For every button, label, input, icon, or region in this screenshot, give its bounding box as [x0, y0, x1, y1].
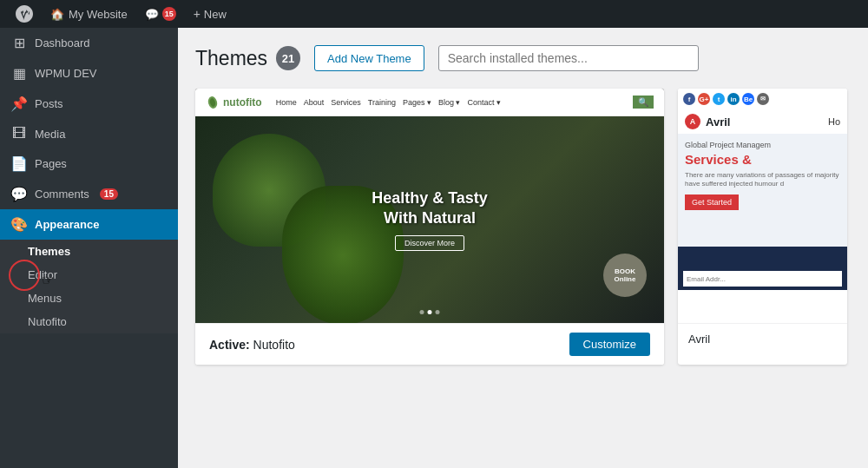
avril-card-footer: Avril [678, 323, 847, 354]
avril-email-bar [678, 267, 847, 290]
avril-brand-name: Avril [706, 115, 730, 129]
avril-description: There are many variations of passages of… [685, 171, 840, 189]
sidebar-item-themes[interactable]: Themes [0, 240, 178, 263]
hero-text: Healthy & TastyWith Natural Discover Mor… [372, 188, 488, 252]
linkedin-icon: in [727, 93, 740, 105]
pages-icon: 📄 [10, 155, 28, 172]
avril-email-input[interactable] [683, 271, 842, 287]
nutofito-hero: Healthy & TastyWith Natural Discover Mor… [195, 116, 664, 323]
book-online-button[interactable]: BOOKOnline [603, 254, 647, 297]
sidebar-item-dashboard[interactable]: ⊞ Dashboard [0, 28, 178, 58]
comments-count-badge: 15 [162, 7, 176, 21]
email-icon: ✉ [757, 93, 769, 105]
behance-icon: Be [742, 93, 754, 105]
themes-title: Themes 21 [195, 46, 300, 70]
avril-hero-section: Global Project Managem Services & There … [678, 134, 847, 247]
wp-logo-link[interactable] [7, 0, 42, 28]
nutofito-screenshot: nutofito Home About Services Training Pa… [195, 89, 664, 323]
nutofito-nav-links: Home About Services Training Pages ▾ Blo… [276, 98, 501, 107]
active-theme-label: Active: Nutofito [209, 338, 295, 352]
editor-item-wrapper: Editor ☞ [0, 263, 178, 287]
site-name-link[interactable]: 🏠 My Website [42, 0, 136, 28]
sidebar-label-wpmu: WPMU DEV [35, 67, 97, 80]
avril-title-prefix: Services [685, 152, 739, 167]
avril-screenshot: f G+ t in Be ✉ A Avril Ho [678, 89, 847, 323]
hero-title: Healthy & TastyWith Natural [372, 188, 488, 229]
posts-icon: 📌 [10, 96, 28, 112]
avril-subtitle: Global Project Managem [685, 141, 840, 149]
avril-header: A Avril Ho [678, 109, 847, 134]
hero-dot-1 [420, 310, 424, 314]
themes-title-text: Themes [195, 47, 267, 70]
comments-sidebar-icon: 💬 [10, 186, 28, 202]
comments-link[interactable]: 💬 15 [136, 0, 185, 28]
themes-header: Themes 21 Add New Theme [195, 45, 851, 71]
sidebar-item-comments[interactable]: 💬 Comments 15 [0, 179, 178, 209]
themes-grid: nutofito Home About Services Training Pa… [195, 89, 851, 365]
sidebar-item-menus[interactable]: Menus [0, 287, 178, 310]
nutofito-search-btn[interactable]: 🔍 [633, 96, 654, 109]
wpmu-icon: ▦ [10, 65, 28, 82]
media-icon: 🎞 [10, 126, 28, 142]
hero-dot-2 [428, 310, 432, 314]
sidebar-label-dashboard: Dashboard [35, 36, 90, 49]
hero-dots [420, 310, 440, 314]
plus-icon: + [194, 7, 201, 21]
appearance-icon: 🎨 [10, 216, 28, 233]
appearance-label: Appearance [35, 218, 99, 231]
sidebar-item-pages[interactable]: 📄 Pages [0, 148, 178, 179]
sidebar: ⊞ Dashboard ▦ WPMU DEV 📌 Posts 🎞 Media 📄… [0, 28, 178, 468]
sidebar-item-appearance[interactable]: 🎨 Appearance [0, 209, 178, 240]
home-icon: 🏠 [50, 8, 64, 21]
active-theme-name: Nutofito [253, 338, 295, 352]
nutofito-nav: nutofito Home About Services Training Pa… [195, 89, 664, 116]
themes-count-badge: 21 [276, 46, 300, 70]
dashboard-icon: ⊞ [10, 35, 28, 51]
hero-discover-button[interactable]: Discover More [395, 235, 464, 251]
sidebar-item-media[interactable]: 🎞 Media [0, 119, 178, 148]
admin-bar: 🏠 My Website 💬 15 + New [0, 0, 868, 28]
sidebar-item-posts[interactable]: 📌 Posts [0, 89, 178, 119]
add-new-theme-button[interactable]: Add New Theme [314, 45, 424, 71]
new-menu-link[interactable]: + New [185, 0, 235, 28]
main-content: Themes 21 Add New Theme [178, 28, 868, 468]
wp-logo-icon [16, 5, 33, 23]
active-label-text: Active: [209, 338, 250, 352]
avril-theme-name: Avril [688, 333, 837, 346]
sidebar-item-wpmu[interactable]: ▦ WPMU DEV [0, 58, 178, 89]
nutofito-logo: nutofito [206, 96, 262, 109]
new-label: New [204, 8, 227, 21]
googleplus-icon: G+ [698, 93, 710, 105]
sidebar-item-editor[interactable]: Editor [0, 263, 178, 287]
sidebar-label-posts: Posts [35, 97, 63, 110]
avril-title-suffix: & [739, 152, 752, 167]
sidebar-item-nutofito[interactable]: Nutofito [0, 310, 178, 333]
search-themes-input[interactable] [438, 45, 699, 71]
sidebar-comments-badge: 15 [100, 188, 118, 200]
avril-cta-button[interactable]: Get Started [685, 194, 739, 210]
appearance-submenu: Themes Editor ☞ Menus Nutofito [0, 240, 178, 333]
twitter-icon: t [713, 93, 725, 105]
customize-button[interactable]: Customize [569, 333, 650, 356]
sidebar-label-comments: Comments [35, 188, 89, 201]
sidebar-label-pages: Pages [35, 157, 67, 170]
avril-logo: A [685, 114, 700, 129]
hero-dot-3 [436, 310, 440, 314]
site-name-label: My Website [69, 8, 128, 21]
avril-ho-label: Ho [828, 116, 840, 127]
facebook-icon: f [683, 93, 695, 105]
nutofito-logo-icon [206, 96, 220, 109]
sidebar-label-media: Media [35, 128, 65, 141]
comments-icon: 💬 [145, 8, 159, 21]
avril-social-bar: f G+ t in Be ✉ [678, 89, 847, 109]
theme-card-nutofito[interactable]: nutofito Home About Services Training Pa… [195, 89, 664, 365]
avril-title: Services & [685, 152, 840, 168]
theme-card-avril[interactable]: f G+ t in Be ✉ A Avril Ho [678, 89, 847, 365]
nutofito-card-footer: Active: Nutofito Customize [195, 323, 664, 365]
avril-dark-section [678, 247, 847, 290]
